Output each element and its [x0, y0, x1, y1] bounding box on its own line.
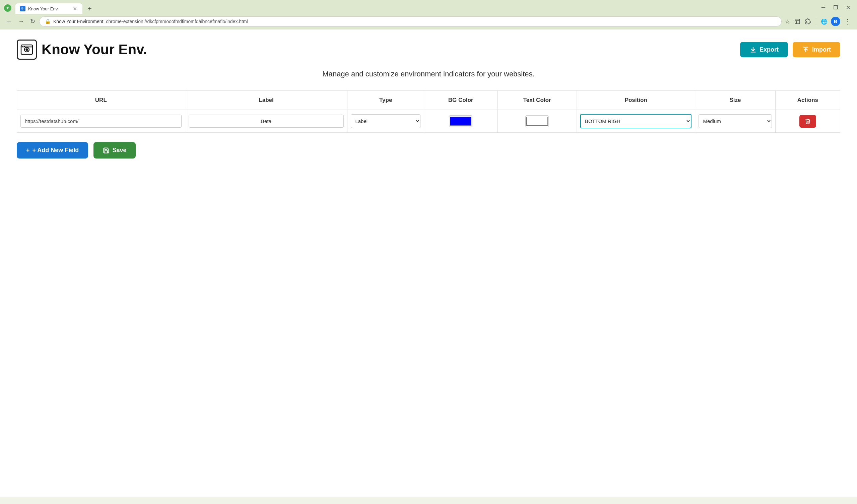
save-label: Save [112, 147, 126, 154]
page-content: Know Your Env. Export Import Manage and … [0, 30, 857, 497]
export-icon [750, 46, 757, 53]
col-header-url: URL [17, 91, 185, 110]
app-title: Know Your Env. [41, 41, 147, 57]
address-lock-icon: 🔒 [45, 19, 51, 24]
window-controls: ─ ❐ ✕ [819, 4, 853, 13]
type-select[interactable]: Label Banner Badge [351, 114, 420, 128]
restore-button[interactable]: ❐ [830, 4, 841, 12]
position-cell: BOTTOM RIGH BOTTOM LEFT TOP RIGHT TOP LE… [576, 110, 695, 133]
forward-button[interactable]: → [16, 17, 26, 27]
tab-favicon: 🔍 [20, 6, 26, 12]
add-new-field-button[interactable]: + + Add New Field [17, 142, 88, 158]
address-bar[interactable]: 🔒 Know Your Environment chrome-extension… [39, 16, 782, 27]
profile-button[interactable]: B [831, 17, 840, 26]
address-bar-row: ← → ↻ 🔒 Know Your Environment chrome-ext… [0, 14, 857, 30]
address-url: chrome-extension://dkcfpmmooofmdfimomfda… [106, 19, 776, 24]
action-buttons: + + Add New Field Save [17, 142, 840, 158]
col-header-size: Size [695, 91, 775, 110]
delete-row-button[interactable] [800, 115, 816, 128]
add-icon: + [26, 147, 30, 154]
tab-close-button[interactable]: ✕ [72, 6, 78, 12]
header-buttons: Export Import [740, 42, 840, 57]
menu-button[interactable]: ⋮ [842, 16, 853, 27]
save-icon [103, 147, 110, 154]
col-header-actions: Actions [775, 91, 840, 110]
col-header-position: Position [576, 91, 695, 110]
bookmark-button[interactable]: ☆ [784, 17, 791, 26]
minimize-button[interactable]: ─ [819, 4, 828, 11]
environments-table: URL Label Type BG Color Text Color Posit… [17, 90, 840, 133]
table-row: Label Banner Badge BOTTOM RIGH BOTTOM LE… [17, 110, 840, 133]
export-label: Export [759, 46, 778, 53]
screenshot-button[interactable] [793, 17, 802, 26]
bg-color-cell [424, 110, 497, 133]
bg-color-input[interactable] [449, 115, 472, 127]
label-input[interactable] [189, 115, 344, 128]
back-button[interactable]: ← [4, 17, 14, 27]
svg-point-3 [26, 49, 28, 51]
browser-chrome: ▾ 🔍 Know Your Env. ✕ + ─ ❐ ✕ ← → ↻ 🔒 Kno… [0, 0, 857, 30]
browser-titlebar: ▾ 🔍 Know Your Env. ✕ + ─ ❐ ✕ [0, 0, 857, 14]
col-header-text-color: Text Color [498, 91, 577, 110]
export-button[interactable]: Export [740, 42, 788, 57]
save-button[interactable]: Save [94, 142, 136, 158]
page-header: Know Your Env. Export Import [17, 39, 840, 60]
tab-bar: 🔍 Know Your Env. ✕ + [13, 3, 97, 14]
extension-button[interactable] [804, 17, 812, 26]
url-input[interactable] [20, 115, 182, 128]
position-select[interactable]: BOTTOM RIGH BOTTOM LEFT TOP RIGHT TOP LE… [580, 114, 691, 128]
new-tab-button[interactable]: + [85, 4, 95, 14]
text-color-cell [498, 110, 577, 133]
close-button[interactable]: ✕ [843, 4, 853, 12]
add-field-label: + Add New Field [33, 147, 79, 154]
col-header-type: Type [348, 91, 424, 110]
col-header-label: Label [185, 91, 348, 110]
reload-button[interactable]: ↻ [28, 16, 37, 27]
tab-title: Know Your Env. [28, 6, 70, 12]
address-site-name: Know Your Environment [53, 19, 103, 24]
subtitle: Manage and customize environment indicat… [17, 70, 840, 79]
import-icon [802, 46, 809, 53]
translate-button[interactable]: 🌐 [820, 17, 829, 26]
svg-rect-0 [795, 19, 800, 24]
logo-area: Know Your Env. [17, 39, 147, 60]
size-cell: Small Medium Large [695, 110, 775, 133]
trash-icon [805, 118, 811, 124]
col-header-bg-color: BG Color [424, 91, 497, 110]
label-cell [185, 110, 348, 133]
size-select[interactable]: Small Medium Large [699, 114, 772, 128]
import-button[interactable]: Import [793, 42, 840, 57]
type-cell: Label Banner Badge [348, 110, 424, 133]
url-cell [17, 110, 185, 133]
app-logo-icon [17, 39, 37, 60]
actions-cell [775, 110, 840, 133]
text-color-input[interactable] [525, 115, 549, 127]
address-icons: ☆ 🌐 B ⋮ [784, 16, 853, 27]
browser-dropdown-button[interactable]: ▾ [4, 4, 11, 12]
active-tab[interactable]: 🔍 Know Your Env. ✕ [15, 3, 82, 14]
import-label: Import [812, 46, 831, 53]
